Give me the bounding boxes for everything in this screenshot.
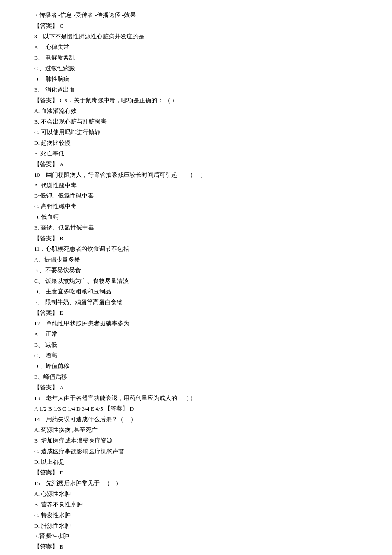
answer-line: 【答案】 B [34, 542, 358, 552]
option-line: B .增加医疗成本浪费医疗资源 [34, 436, 358, 446]
option-line: D. 以上都是 [34, 457, 358, 468]
question-line: 15．先消瘦后水肿常见于 （ ） [34, 478, 358, 489]
option-line: B•低钾、低氯性碱中毒 [34, 191, 358, 201]
question-line: 12．单纯性甲状腺肿患者摄碘率多为 [34, 319, 358, 329]
question-line: 13．老年人由于各器官功能衰退，用药剂量应为成人的 （ ） [34, 393, 358, 404]
text-line: E 传播者 -信息 -受传者 -传播途径 -效果 [34, 10, 358, 21]
option-line: A. 心源性水肿 [34, 489, 358, 500]
option-line: E.肾源性水肿 [34, 531, 358, 542]
answer-line: 【答案】 B [34, 233, 358, 244]
option-line: A、 心律失常 [34, 42, 358, 53]
option-line: A. 药源性疾病 ,甚至死亡 [34, 425, 358, 436]
question-line: 11．心肌梗死患者的饮食调节不包括 [34, 244, 358, 255]
option-line: A. 血液灌流有效 [34, 106, 358, 117]
option-line: D 、峰值前移 [34, 361, 358, 372]
option-line: A、 正常 [34, 329, 358, 340]
option-line: C、 增高 [34, 351, 358, 361]
answer-question-line: 【答案】 C 9．关于鼠毒强中毒，哪项是正确的： （ ） [34, 95, 358, 106]
option-line: B、 电解质紊乱 [34, 53, 358, 63]
option-line: E、峰值后移 [34, 372, 358, 382]
option-line: A. 代谢性酸中毒 [34, 181, 358, 191]
option-line: E、 消化道出血 [34, 85, 358, 95]
option-line: D. 肝源性水肿 [34, 521, 358, 532]
option-line: C. 特发性水肿 [34, 510, 358, 521]
answer-line: 【答案】 C [34, 21, 358, 32]
option-line: C 、过敏性紫癜 [34, 63, 358, 74]
option-line: E. 高钠、低氯性碱中毒 [34, 223, 358, 233]
option-line: A、提倡少量多餐 [34, 255, 358, 265]
question-line: 14．用药失误可造成什么后果？（ ） [34, 414, 358, 425]
option-line: D、 肺性脑病 [34, 74, 358, 85]
option-answer-line: A 1/2 B 1/3 C 1/4 D 3/4 E 4/5 【答案】 D [34, 404, 358, 414]
option-line: E、 限制牛奶、鸡蛋等高蛋白食物 [34, 297, 358, 308]
document-page: E 传播者 -信息 -受传者 -传播途径 -效果 【答案】 C 8．以下不是慢性… [0, 0, 392, 555]
answer-line: 【答案】 A [34, 159, 358, 170]
option-line: C. 可以使用吗啡进行镇静 [34, 127, 358, 138]
option-line: E. 死亡率低 [34, 149, 358, 159]
answer-line: 【答案】 A [34, 382, 358, 393]
option-line: B. 营养不良性水肿 [34, 500, 358, 510]
option-line: B. 不会出现心脏与肝脏损害 [34, 117, 358, 127]
option-line: B、 减低 [34, 340, 358, 351]
option-line: D. 起病比较慢 [34, 138, 358, 149]
question-line: 10．幽门梗阻病人，行胃管抽吸减压较长时间后可引起 （ ） [34, 170, 358, 181]
option-line: B 、不要暴饮暴食 [34, 265, 358, 276]
question-line: 8．以下不是慢性肺源性心脏病并发症的是 [34, 32, 358, 42]
answer-line: 【答案】 D [34, 468, 358, 478]
option-line: C. 造成医疗事故影响医疗机构声誉 [34, 446, 358, 457]
answer-line: 【答案】 E [34, 308, 358, 319]
option-line: C. 高钾性碱中毒 [34, 201, 358, 212]
option-line: D、 主食宜多吃粗粮和豆制品 [34, 287, 358, 297]
option-line: D. 低血钙 [34, 212, 358, 223]
option-line: C、 饭菜以煮炖为主、食物尽量清淡 [34, 276, 358, 287]
